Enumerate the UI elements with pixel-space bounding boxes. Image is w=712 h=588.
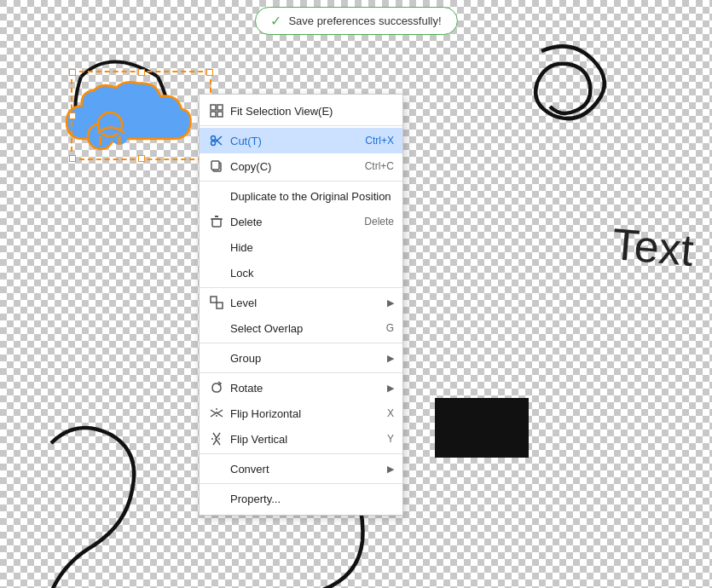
menu-icon-lock — [208, 264, 225, 281]
menu-label-duplicate: Duplicate to the Original Position — [230, 190, 394, 203]
svg-rect-14 — [211, 161, 219, 170]
toast-check-icon: ✓ — [270, 13, 281, 29]
text-object: Text — [611, 218, 696, 276]
menu-icon-rotate — [208, 379, 225, 396]
menu-label-fit-selection: Fit Selection View(E) — [230, 105, 394, 118]
menu-shortcut-select-overlap: G — [386, 322, 394, 334]
menu-icon-convert — [208, 460, 225, 477]
svg-rect-19 — [217, 303, 223, 308]
svg-rect-7 — [211, 112, 216, 117]
menu-item-hide[interactable]: Hide — [200, 234, 402, 260]
menu-item-flip-h[interactable]: Flip HorizontalX — [200, 401, 402, 426]
svg-rect-6 — [217, 105, 223, 110]
menu-icon-cut — [208, 132, 225, 149]
menu-icon-hide — [208, 239, 225, 256]
menu-label-rotate: Rotate — [230, 382, 387, 395]
svg-rect-5 — [211, 105, 216, 110]
menu-label-cut: Cut(T) — [230, 135, 358, 147]
menu-item-flip-v[interactable]: Flip VerticalY — [200, 426, 402, 452]
save-toast: ✓ Save preferences successfully! — [254, 7, 457, 35]
menu-icon-duplicate — [208, 187, 225, 205]
menu-icon-flip-h — [208, 405, 225, 422]
menu-arrow-level: ▶ — [387, 297, 394, 308]
menu-item-group[interactable]: Group▶ — [200, 345, 402, 371]
menu-icon-group — [208, 349, 225, 366]
menu-item-cut[interactable]: Cut(T)Ctrl+X — [200, 128, 402, 153]
separator-after-flip-v — [200, 453, 402, 454]
menu-shortcut-cut: Ctrl+X — [365, 135, 394, 147]
menu-icon-delete — [208, 213, 225, 230]
menu-label-convert: Convert — [230, 463, 387, 476]
menu-shortcut-flip-v: Y — [387, 433, 394, 445]
menu-shortcut-flip-h: X — [387, 407, 394, 419]
menu-item-lock[interactable]: Lock — [200, 260, 402, 285]
menu-label-lock: Lock — [230, 267, 394, 280]
menu-arrow-convert: ▶ — [387, 464, 394, 475]
menu-item-level[interactable]: Level▶ — [200, 290, 402, 315]
menu-item-property[interactable]: Property... — [200, 486, 402, 511]
menu-item-select-overlap[interactable]: Select OverlapG — [200, 315, 402, 341]
svg-rect-15 — [212, 219, 221, 227]
cloud-object[interactable] — [58, 75, 194, 160]
separator-after-fit-selection — [200, 125, 402, 126]
menu-arrow-rotate: ▶ — [387, 383, 394, 394]
separator-after-lock — [200, 287, 402, 288]
menu-item-rotate[interactable]: Rotate▶ — [200, 375, 402, 401]
svg-rect-8 — [217, 112, 223, 117]
menu-item-duplicate[interactable]: Duplicate to the Original Position — [200, 183, 402, 209]
separator-after-select-overlap — [200, 343, 402, 343]
menu-icon-property — [208, 490, 225, 507]
menu-label-delete: Delete — [230, 216, 357, 228]
menu-icon-flip-v — [208, 430, 225, 447]
menu-icon-level — [208, 294, 225, 311]
separator-after-convert — [200, 483, 402, 484]
toast-message: Save preferences successfully! — [288, 14, 441, 27]
menu-label-property: Property... — [230, 493, 394, 505]
menu-shortcut-copy: Ctrl+C — [365, 160, 394, 172]
menu-label-flip-h: Flip Horizontal — [230, 407, 380, 420]
menu-label-hide: Hide — [230, 241, 394, 254]
menu-icon-copy — [208, 158, 225, 175]
menu-item-copy[interactable]: Copy(C)Ctrl+C — [200, 153, 402, 179]
menu-label-level: Level — [230, 297, 387, 309]
menu-item-delete[interactable]: DeleteDelete — [200, 209, 402, 234]
menu-label-flip-v: Flip Vertical — [230, 433, 380, 446]
context-menu: Fit Selection View(E)Cut(T)Ctrl+XCopy(C)… — [199, 94, 403, 516]
menu-shortcut-delete: Delete — [364, 216, 394, 228]
menu-icon-fit-selection — [208, 102, 225, 119]
menu-item-fit-selection[interactable]: Fit Selection View(E) — [200, 98, 402, 124]
menu-label-select-overlap: Select Overlap — [230, 322, 379, 335]
separator-after-group — [200, 372, 402, 373]
menu-icon-select-overlap — [208, 320, 225, 337]
separator-after-copy — [200, 181, 402, 182]
black-rectangle — [435, 398, 529, 458]
menu-label-copy: Copy(C) — [230, 160, 358, 173]
handle-tr[interactable] — [206, 69, 213, 76]
menu-arrow-group: ▶ — [387, 353, 394, 364]
svg-rect-18 — [211, 297, 217, 303]
menu-label-group: Group — [230, 352, 387, 365]
menu-item-convert[interactable]: Convert▶ — [200, 456, 402, 481]
